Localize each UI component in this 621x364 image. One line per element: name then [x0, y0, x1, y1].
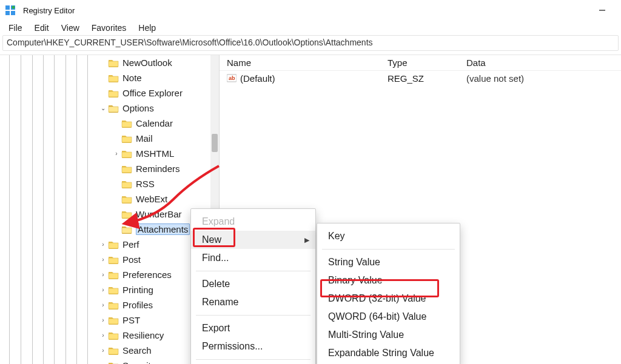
- chevron-right-icon[interactable]: ›: [98, 347, 108, 354]
- chevron-right-icon[interactable]: ›: [98, 241, 108, 248]
- tree-item[interactable]: Attachments: [0, 222, 219, 237]
- ctx-expand: Expand: [191, 213, 315, 231]
- registry-app-icon: [5, 5, 16, 16]
- context-menu: Expand New ▶ Find... Delete Rename Expor…: [190, 208, 316, 364]
- folder-icon: [108, 361, 119, 364]
- folder-icon: [108, 285, 119, 294]
- menu-view[interactable]: View: [56, 22, 84, 34]
- ctx-separator: [196, 271, 310, 271]
- tree-item[interactable]: Note: [0, 70, 219, 85]
- col-data[interactable]: Data: [459, 58, 621, 68]
- tree-item[interactable]: WunderBar: [0, 207, 219, 222]
- tree-item-label: Post: [123, 254, 141, 265]
- menu-file[interactable]: File: [4, 22, 27, 34]
- folder-icon: [108, 346, 119, 355]
- tree-item[interactable]: › Security: [0, 358, 219, 364]
- folder-icon: [121, 179, 132, 188]
- tree-item-label: Calendar: [136, 118, 173, 128]
- folder-icon: [108, 270, 119, 279]
- ctx-rename[interactable]: Rename: [191, 293, 315, 311]
- tree-item[interactable]: › PST: [0, 313, 219, 328]
- new-dword-value[interactable]: DWORD (32-bit) Value: [317, 290, 460, 308]
- tree-item-label: Reminders: [136, 164, 180, 174]
- chevron-right-icon[interactable]: ›: [98, 286, 108, 293]
- tree-item[interactable]: RSS: [0, 176, 219, 191]
- tree-item[interactable]: › Post: [0, 252, 219, 267]
- folder-icon: [108, 73, 119, 82]
- tree-item[interactable]: ⌄ Options: [0, 101, 219, 116]
- folder-icon: [108, 255, 119, 264]
- chevron-right-icon[interactable]: ›: [98, 256, 108, 263]
- tree-item[interactable]: WebExt: [0, 191, 219, 207]
- chevron-down-icon[interactable]: ⌄: [98, 105, 108, 111]
- ctx-new[interactable]: New ▶: [191, 231, 315, 249]
- tree-item[interactable]: › Resiliency: [0, 328, 219, 343]
- key-tree[interactable]: NewOutlook Note Office Explorer⌄ Options…: [0, 55, 220, 364]
- menu-favorites[interactable]: Favorites: [87, 22, 132, 34]
- minimize-button[interactable]: [588, 1, 616, 19]
- value-type: REG_SZ: [380, 73, 459, 84]
- tree-item[interactable]: › Perf: [0, 237, 219, 252]
- tree-item[interactable]: › MSHTML: [0, 146, 219, 161]
- tree-item[interactable]: › Profiles: [0, 297, 219, 313]
- tree-item[interactable]: Office Explorer: [0, 85, 219, 101]
- titlebar: Registry Editor: [0, 0, 621, 21]
- tree-scroll-thumb[interactable]: [212, 134, 218, 152]
- tree-item[interactable]: › Printing: [0, 282, 219, 297]
- ctx-separator: [196, 359, 310, 360]
- folder-icon: [121, 225, 132, 234]
- folder-icon: [108, 300, 119, 309]
- tree-item[interactable]: Reminders: [0, 161, 219, 176]
- menu-help[interactable]: Help: [133, 22, 161, 34]
- tree-item-label: WunderBar: [136, 209, 182, 219]
- new-string-value[interactable]: String Value: [317, 253, 460, 271]
- folder-icon: [108, 58, 119, 67]
- folder-icon: [108, 104, 119, 113]
- tree-item[interactable]: NewOutlook: [0, 55, 219, 70]
- tree-item-label: RSS: [136, 179, 155, 189]
- ctx-permissions[interactable]: Permissions...: [191, 337, 315, 356]
- svg-point-4: [12, 6, 15, 9]
- chevron-right-icon[interactable]: ›: [112, 150, 121, 157]
- submenu-arrow-icon: ▶: [304, 236, 309, 244]
- tree-item-label: Preferences: [123, 270, 172, 280]
- chevron-right-icon[interactable]: ›: [98, 317, 108, 323]
- folder-icon: [108, 316, 119, 325]
- value-name: (Default): [240, 73, 275, 84]
- folder-icon: [121, 194, 132, 204]
- chevron-right-icon[interactable]: ›: [98, 332, 108, 339]
- ctx-delete[interactable]: Delete: [191, 275, 315, 293]
- tree-item[interactable]: › Search: [0, 343, 219, 358]
- new-binary-value[interactable]: Binary Value: [317, 271, 460, 290]
- tree-item-label: Attachments: [136, 223, 190, 235]
- ctx-separator: [196, 315, 310, 316]
- chevron-right-icon[interactable]: ›: [98, 271, 108, 278]
- svg-rect-3: [11, 11, 15, 15]
- folder-icon: [108, 331, 119, 340]
- new-multistring-value[interactable]: Multi-String Value: [317, 326, 460, 344]
- tree-item-label: PST: [123, 315, 140, 325]
- col-name[interactable]: Name: [220, 58, 380, 68]
- chevron-right-icon[interactable]: ›: [98, 302, 108, 308]
- value-row[interactable]: ab (Default) REG_SZ (value not set): [220, 71, 621, 85]
- tree-item-label: Options: [123, 103, 154, 113]
- ctx-export[interactable]: Export: [191, 319, 315, 337]
- tree-item-label: Profiles: [123, 300, 153, 310]
- address-bar[interactable]: Computer\HKEY_CURRENT_USER\Software\Micr…: [2, 35, 619, 51]
- svg-rect-0: [5, 5, 10, 10]
- new-key[interactable]: Key: [317, 227, 460, 245]
- folder-icon: [108, 88, 119, 98]
- tree-item[interactable]: › Preferences: [0, 267, 219, 282]
- menu-edit[interactable]: Edit: [30, 22, 54, 34]
- folder-icon: [121, 164, 132, 173]
- col-type[interactable]: Type: [380, 58, 459, 68]
- ctx-separator: [322, 249, 455, 250]
- tree-item[interactable]: Mail: [0, 131, 219, 146]
- ctx-new-label: New: [202, 234, 221, 245]
- ctx-find[interactable]: Find...: [191, 249, 315, 267]
- new-expandablestring-value[interactable]: Expandable String Value: [317, 344, 460, 362]
- new-qword-value[interactable]: QWORD (64-bit) Value: [317, 308, 460, 326]
- tree-item[interactable]: Calendar: [0, 116, 219, 131]
- folder-icon: [121, 210, 132, 219]
- value-columns: Name Type Data: [220, 55, 621, 71]
